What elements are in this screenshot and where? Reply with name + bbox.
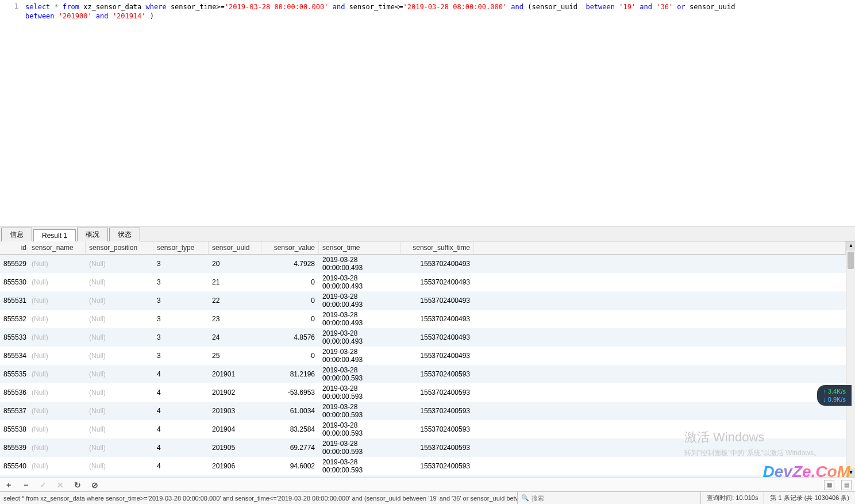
cell-id[interactable]: 855535 xyxy=(0,365,28,383)
cell-sensor_uuid[interactable]: 201904 xyxy=(209,420,261,438)
tab-3[interactable]: 状态 xyxy=(109,228,140,241)
cell-sensor_name[interactable]: (Null) xyxy=(28,255,86,274)
cell-sensor_time[interactable]: 2019-03-28 00:00:00.493 xyxy=(319,255,400,274)
table-row[interactable]: 855535(Null)(Null)420190181.21962019-03-… xyxy=(0,365,846,383)
apply-changes-button[interactable]: ✓ xyxy=(38,480,48,490)
cell-sensor_value[interactable]: 0 xyxy=(261,291,319,310)
cell-sensor_suffix_time[interactable]: 1553702400593 xyxy=(400,420,474,438)
cell-sensor_name[interactable]: (Null) xyxy=(28,347,86,365)
cell-sensor_value[interactable]: 94.6002 xyxy=(261,457,319,475)
cell-sensor_uuid[interactable]: 23 xyxy=(209,310,261,328)
cell-sensor_name[interactable]: (Null) xyxy=(28,438,86,457)
cell-sensor_type[interactable]: 4 xyxy=(153,420,209,438)
scroll-down-button[interactable]: ▼ xyxy=(846,468,855,478)
cell-sensor_uuid[interactable]: 20 xyxy=(209,255,261,274)
cell-sensor_suffix_time[interactable]: 1553702400493 xyxy=(400,291,474,310)
cell-sensor_value[interactable]: -53.6953 xyxy=(261,383,319,402)
form-view-button[interactable]: ▤ xyxy=(841,480,852,490)
column-header-sensor_uuid[interactable]: sensor_uuid xyxy=(209,241,261,255)
cell-sensor_uuid[interactable]: 22 xyxy=(209,291,261,310)
cell-sensor_time[interactable]: 2019-03-28 00:00:00.493 xyxy=(319,347,400,365)
scroll-up-button[interactable]: ▲ xyxy=(846,241,855,251)
table-row[interactable]: 855536(Null)(Null)4201902-53.69532019-03… xyxy=(0,383,846,402)
delete-row-button[interactable]: − xyxy=(21,480,31,490)
cell-sensor_position[interactable]: (Null) xyxy=(86,457,153,475)
cell-sensor_name[interactable]: (Null) xyxy=(28,273,86,291)
scroll-thumb[interactable] xyxy=(848,252,854,269)
vertical-scrollbar[interactable]: ▲ ▼ xyxy=(846,241,855,478)
cell-sensor_uuid[interactable]: 201901 xyxy=(209,365,261,383)
cell-sensor_time[interactable]: 2019-03-28 00:00:00.493 xyxy=(319,273,400,291)
column-header-sensor_time[interactable]: sensor_time xyxy=(319,241,400,255)
table-row[interactable]: 855534(Null)(Null)32502019-03-28 00:00:0… xyxy=(0,347,846,365)
cell-sensor_uuid[interactable]: 201902 xyxy=(209,383,261,402)
cell-sensor_type[interactable]: 3 xyxy=(153,273,209,291)
cell-sensor_suffix_time[interactable]: 1553702400593 xyxy=(400,365,474,383)
sql-editor[interactable]: 1 select * from xz_sensor_data where sen… xyxy=(0,0,855,227)
sql-code[interactable]: select * from xz_sensor_data where senso… xyxy=(25,0,855,21)
cell-sensor_suffix_time[interactable]: 1553702400593 xyxy=(400,402,474,420)
cell-sensor_time[interactable]: 2019-03-28 00:00:00.493 xyxy=(319,291,400,310)
cell-id[interactable]: 855537 xyxy=(0,402,28,420)
cell-sensor_uuid[interactable]: 21 xyxy=(209,273,261,291)
cell-id[interactable]: 855538 xyxy=(0,420,28,438)
add-row-button[interactable]: + xyxy=(3,480,14,490)
cell-sensor_time[interactable]: 2019-03-28 00:00:00.593 xyxy=(319,365,400,383)
cell-sensor_time[interactable]: 2019-03-28 00:00:00.493 xyxy=(319,310,400,328)
cell-sensor_value[interactable]: 0 xyxy=(261,347,319,365)
table-row[interactable]: 855537(Null)(Null)420190361.00342019-03-… xyxy=(0,402,846,420)
cell-sensor_uuid[interactable]: 201906 xyxy=(209,457,261,475)
search-input[interactable] xyxy=(532,495,611,502)
cell-sensor_name[interactable]: (Null) xyxy=(28,291,86,310)
cell-sensor_value[interactable]: 61.0034 xyxy=(261,402,319,420)
cell-sensor_suffix_time[interactable]: 1553702400593 xyxy=(400,457,474,475)
cell-sensor_name[interactable]: (Null) xyxy=(28,328,86,347)
cell-id[interactable]: 855532 xyxy=(0,310,28,328)
cell-sensor_position[interactable]: (Null) xyxy=(86,255,153,274)
cell-sensor_position[interactable]: (Null) xyxy=(86,365,153,383)
cell-sensor_position[interactable]: (Null) xyxy=(86,383,153,402)
refresh-button[interactable]: ↻ xyxy=(72,480,83,490)
cell-sensor_type[interactable]: 4 xyxy=(153,402,209,420)
table-row[interactable]: 855529(Null)(Null)3204.79282019-03-28 00… xyxy=(0,255,846,274)
cell-sensor_suffix_time[interactable]: 1553702400493 xyxy=(400,273,474,291)
cell-sensor_value[interactable]: 69.2774 xyxy=(261,438,319,457)
cell-sensor_type[interactable]: 4 xyxy=(153,383,209,402)
column-header-sensor_suffix_time[interactable]: sensor_suffix_time xyxy=(400,241,474,255)
tab-1[interactable]: Result 1 xyxy=(33,229,76,241)
cell-sensor_type[interactable]: 3 xyxy=(153,255,209,274)
table-row[interactable]: 855540(Null)(Null)420190694.60022019-03-… xyxy=(0,457,846,475)
cell-sensor_uuid[interactable]: 24 xyxy=(209,328,261,347)
column-header-sensor_type[interactable]: sensor_type xyxy=(153,241,209,255)
cell-sensor_time[interactable]: 2019-03-28 00:00:00.593 xyxy=(319,457,400,475)
stop-button[interactable]: ⊘ xyxy=(90,480,100,490)
cell-sensor_position[interactable]: (Null) xyxy=(86,310,153,328)
cell-sensor_uuid[interactable]: 25 xyxy=(209,347,261,365)
cell-sensor_type[interactable]: 3 xyxy=(153,328,209,347)
cell-sensor_value[interactable]: 0 xyxy=(261,310,319,328)
cell-sensor_type[interactable]: 4 xyxy=(153,457,209,475)
tab-0[interactable]: 信息 xyxy=(1,228,32,241)
cell-sensor_value[interactable]: 83.2584 xyxy=(261,420,319,438)
cell-sensor_position[interactable]: (Null) xyxy=(86,402,153,420)
cell-id[interactable]: 855533 xyxy=(0,328,28,347)
cell-sensor_type[interactable]: 3 xyxy=(153,347,209,365)
column-header-sensor_position[interactable]: sensor_position xyxy=(86,241,153,255)
cell-sensor_name[interactable]: (Null) xyxy=(28,365,86,383)
cell-sensor_time[interactable]: 2019-03-28 00:00:00.593 xyxy=(319,402,400,420)
cell-sensor_uuid[interactable]: 201903 xyxy=(209,402,261,420)
cell-id[interactable]: 855534 xyxy=(0,347,28,365)
cell-sensor_name[interactable]: (Null) xyxy=(28,402,86,420)
cell-sensor_suffix_time[interactable]: 1553702400493 xyxy=(400,328,474,347)
table-row[interactable]: 855532(Null)(Null)32302019-03-28 00:00:0… xyxy=(0,310,846,328)
cell-sensor_position[interactable]: (Null) xyxy=(86,347,153,365)
cell-sensor_uuid[interactable]: 201905 xyxy=(209,438,261,457)
cell-sensor_position[interactable]: (Null) xyxy=(86,438,153,457)
result-grid[interactable]: idsensor_namesensor_positionsensor_types… xyxy=(0,241,846,478)
cell-sensor_suffix_time[interactable]: 1553702400493 xyxy=(400,347,474,365)
table-row[interactable]: 855531(Null)(Null)32202019-03-28 00:00:0… xyxy=(0,291,846,310)
table-row[interactable]: 855530(Null)(Null)32102019-03-28 00:00:0… xyxy=(0,273,846,291)
cell-sensor_name[interactable]: (Null) xyxy=(28,310,86,328)
column-header-id[interactable]: id xyxy=(0,241,28,255)
cell-sensor_time[interactable]: 2019-03-28 00:00:00.593 xyxy=(319,420,400,438)
